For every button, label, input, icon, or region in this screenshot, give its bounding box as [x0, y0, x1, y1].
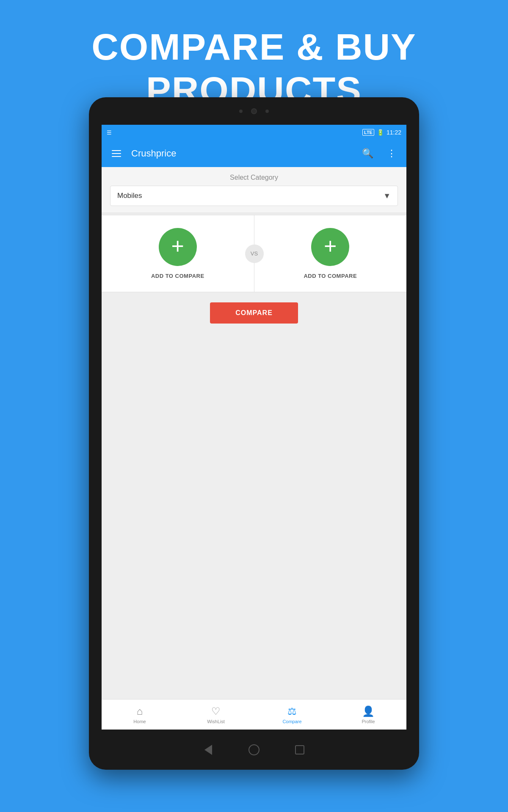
add-to-compare-btn-2[interactable]: +	[311, 228, 349, 266]
hamburger-line-3	[112, 156, 121, 157]
add-to-compare-btn-1[interactable]: +	[159, 228, 197, 266]
hamburger-line-1	[112, 150, 121, 151]
compare-slot-1[interactable]: + ADD TO COMPARE	[102, 215, 254, 292]
nav-label-compare: Compare	[282, 719, 301, 724]
hamburger-line-2	[112, 153, 121, 154]
app-bar: Crushprice 🔍 ⋮	[102, 140, 406, 167]
empty-space	[102, 334, 406, 699]
more-options-icon[interactable]: ⋮	[384, 145, 400, 162]
category-dropdown[interactable]: Mobiles ▼	[110, 186, 398, 206]
tablet-frame: ☰ LTE 🔋 11:22 Crushprice 🔍 ⋮ Select Cat	[89, 97, 419, 770]
recents-button[interactable]	[294, 744, 306, 756]
status-left: ☰	[107, 129, 112, 136]
status-bar: ☰ LTE 🔋 11:22	[102, 125, 406, 140]
compare-button-section: COMPARE	[102, 292, 406, 334]
heart-icon: ♡	[211, 705, 221, 717]
category-label: Select Category	[110, 174, 398, 181]
nav-label-home: Home	[133, 719, 146, 724]
home-circle-icon	[248, 744, 260, 755]
plus-icon-1: +	[171, 235, 184, 257]
hamburger-menu-button[interactable]	[108, 147, 124, 160]
home-icon: ⌂	[137, 705, 143, 717]
add-to-compare-label-2: ADD TO COMPARE	[304, 273, 357, 279]
status-right: LTE 🔋 11:22	[362, 129, 401, 136]
main-content: Select Category Mobiles ▼ + ADD TO COMPA…	[102, 167, 406, 730]
app-status-icon: ☰	[107, 129, 112, 136]
nav-item-profile[interactable]: 👤 Profile	[330, 700, 406, 730]
plus-icon-2: +	[324, 235, 337, 257]
profile-icon: 👤	[362, 705, 375, 717]
bottom-navigation: ⌂ Home ♡ WishList ⚖ Compare 👤 Profile	[102, 699, 406, 730]
compare-icon: ⚖	[287, 705, 297, 717]
nav-item-home[interactable]: ⌂ Home	[102, 700, 178, 730]
screen: ☰ LTE 🔋 11:22 Crushprice 🔍 ⋮ Select Cat	[102, 125, 406, 730]
back-triangle-icon	[204, 745, 212, 755]
compare-items-container: + ADD TO COMPARE VS + ADD TO COMPARE	[102, 215, 406, 292]
home-button[interactable]	[248, 744, 260, 756]
nav-label-wishlist: WishList	[207, 719, 225, 724]
nav-label-profile: Profile	[362, 719, 375, 724]
clock: 11:22	[387, 129, 401, 136]
back-button[interactable]	[202, 744, 214, 756]
nav-item-compare[interactable]: ⚖ Compare	[254, 700, 330, 730]
category-section: Select Category Mobiles ▼	[102, 167, 406, 213]
top-bezel	[89, 97, 419, 125]
battery-icon: 🔋	[377, 129, 384, 136]
compare-slot-2[interactable]: + ADD TO COMPARE	[254, 215, 407, 292]
speaker-dot-2	[265, 110, 269, 113]
chevron-down-icon: ▼	[383, 192, 391, 200]
recents-square-icon	[295, 745, 304, 754]
compare-button[interactable]: COMPARE	[210, 302, 298, 324]
add-to-compare-label-1: ADD TO COMPARE	[151, 273, 204, 279]
vs-badge: VS	[245, 244, 264, 263]
speaker-dot	[239, 110, 243, 113]
nav-item-wishlist[interactable]: ♡ WishList	[178, 700, 254, 730]
lte-badge: LTE	[362, 129, 374, 136]
bottom-bezel	[89, 730, 419, 770]
camera-dot	[251, 108, 257, 114]
dropdown-selected: Mobiles	[117, 192, 142, 200]
app-title: Crushprice	[131, 148, 352, 159]
search-icon[interactable]: 🔍	[359, 145, 377, 162]
